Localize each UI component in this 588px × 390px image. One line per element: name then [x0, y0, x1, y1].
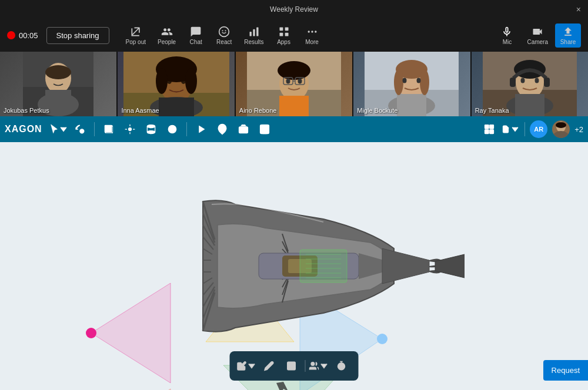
- participant-thumb-4[interactable]: Migle Bockute: [353, 52, 470, 116]
- svg-point-50: [417, 78, 421, 83]
- cad-toolbar: XAGON: [0, 116, 588, 142]
- people-label: People: [158, 39, 176, 45]
- participant-thumb-5[interactable]: Ray Tanaka: [472, 52, 588, 116]
- layout-view-tool[interactable]: [480, 120, 499, 139]
- svg-rect-81: [485, 125, 489, 129]
- cad-brand-label: XAGON: [5, 124, 42, 135]
- svg-point-86: [553, 131, 569, 138]
- request-button[interactable]: Request: [543, 360, 588, 381]
- transform-tool[interactable]: [121, 120, 139, 139]
- apps-label: Apps: [277, 39, 290, 45]
- popout-label: Pop out: [126, 39, 146, 45]
- cylinder-tool[interactable]: [142, 120, 161, 139]
- video-strip: Jokubas Petkus Inna Aasmae: [0, 52, 588, 116]
- results-button[interactable]: Results: [239, 23, 268, 48]
- svg-point-1: [222, 30, 223, 31]
- svg-rect-57: [510, 78, 516, 87]
- close-button[interactable]: ×: [576, 5, 581, 14]
- timer-tool-button[interactable]: [332, 356, 352, 376]
- box-tool[interactable]: [99, 120, 118, 139]
- svg-point-30: [185, 68, 197, 94]
- users-tool-button[interactable]: [309, 356, 329, 376]
- mic-label: Mic: [503, 39, 512, 45]
- document-tool[interactable]: [501, 120, 520, 139]
- svg-rect-45: [397, 94, 426, 116]
- svg-rect-7: [285, 27, 288, 31]
- annotation-tool[interactable]: [213, 120, 232, 139]
- svg-point-49: [403, 78, 407, 83]
- snapshot-tool[interactable]: [234, 120, 253, 139]
- user-avatar-photo[interactable]: [552, 120, 570, 138]
- more-button[interactable]: More: [299, 23, 325, 48]
- svg-point-29: [156, 68, 168, 94]
- svg-point-68: [128, 128, 131, 131]
- svg-point-47: [394, 69, 403, 95]
- svg-rect-8: [279, 32, 283, 36]
- apps-button[interactable]: Apps: [271, 23, 297, 48]
- svg-rect-80: [262, 130, 267, 134]
- svg-point-87: [556, 122, 566, 128]
- recording-time: 00:05: [19, 31, 38, 40]
- svg-point-61: [80, 129, 84, 133]
- participant-thumb-1[interactable]: Jokubas Petkus: [0, 52, 116, 116]
- participant-name-5: Ray Tanaka: [475, 107, 509, 114]
- cursor-tool[interactable]: [49, 120, 68, 139]
- mic-button[interactable]: Mic: [494, 23, 520, 48]
- svg-rect-3: [249, 32, 251, 36]
- recording-indicator: [7, 31, 15, 39]
- add-tool-button[interactable]: [282, 356, 302, 376]
- svg-point-59: [520, 78, 524, 83]
- participant-name-1: Jokubas Petkus: [4, 107, 49, 114]
- svg-rect-79: [262, 125, 267, 129]
- svg-point-12: [315, 31, 316, 32]
- share-label: Share: [560, 39, 576, 45]
- participant-name-4: Migle Bockute: [357, 107, 397, 114]
- svg-rect-6: [279, 27, 283, 31]
- participant-thumb-3[interactable]: Aino Rebone: [236, 52, 352, 116]
- play-tool[interactable]: [192, 120, 211, 139]
- title-bar: Weekly Review ×: [0, 0, 588, 19]
- svg-rect-55: [515, 94, 544, 116]
- stop-sharing-button[interactable]: Stop sharing: [46, 27, 109, 44]
- bottom-toolbar-separator: [305, 360, 306, 372]
- sphere-tool[interactable]: [163, 120, 182, 139]
- toolbar-separator-1: [94, 122, 95, 136]
- svg-point-128: [311, 362, 315, 366]
- svg-point-69: [147, 125, 155, 128]
- svg-point-37: [298, 79, 302, 84]
- annotate-tool-button[interactable]: [237, 356, 257, 376]
- svg-point-10: [308, 31, 309, 32]
- svg-point-60: [534, 78, 539, 83]
- svg-point-48: [420, 69, 429, 95]
- camera-button[interactable]: Camera: [522, 23, 553, 48]
- svg-rect-34: [279, 96, 309, 116]
- popout-button[interactable]: Pop out: [121, 23, 151, 48]
- user-avatar-ar[interactable]: AR: [530, 120, 547, 138]
- participant-name-3: Aino Rebone: [239, 107, 277, 114]
- svg-rect-25: [159, 98, 194, 116]
- results-label: Results: [244, 39, 263, 45]
- svg-point-70: [147, 131, 155, 134]
- pen-tool-button[interactable]: [259, 356, 279, 376]
- chat-button[interactable]: Chat: [183, 23, 209, 48]
- toolbar-separator-2: [186, 122, 187, 136]
- view-rotate-tool[interactable]: [71, 120, 89, 139]
- react-button[interactable]: React: [211, 23, 237, 48]
- share-button[interactable]: Share: [555, 23, 581, 48]
- react-label: React: [216, 39, 232, 45]
- svg-point-35: [278, 61, 310, 80]
- svg-point-36: [286, 79, 290, 84]
- people-button[interactable]: People: [153, 23, 181, 48]
- chat-label: Chat: [190, 39, 202, 45]
- engine-svg: [123, 172, 465, 360]
- camera-label: Camera: [527, 39, 548, 45]
- svg-point-77: [241, 128, 245, 132]
- svg-rect-84: [490, 130, 494, 134]
- participant-thumb-2[interactable]: Inna Aasmae: [118, 52, 234, 116]
- save-tool[interactable]: [255, 120, 274, 139]
- svg-rect-9: [285, 32, 288, 36]
- main-canvas: Request: [0, 142, 588, 390]
- svg-rect-82: [490, 125, 494, 129]
- teams-toolbar: 00:05 Stop sharing Pop out People Chat R…: [0, 19, 588, 52]
- svg-point-2: [225, 30, 226, 31]
